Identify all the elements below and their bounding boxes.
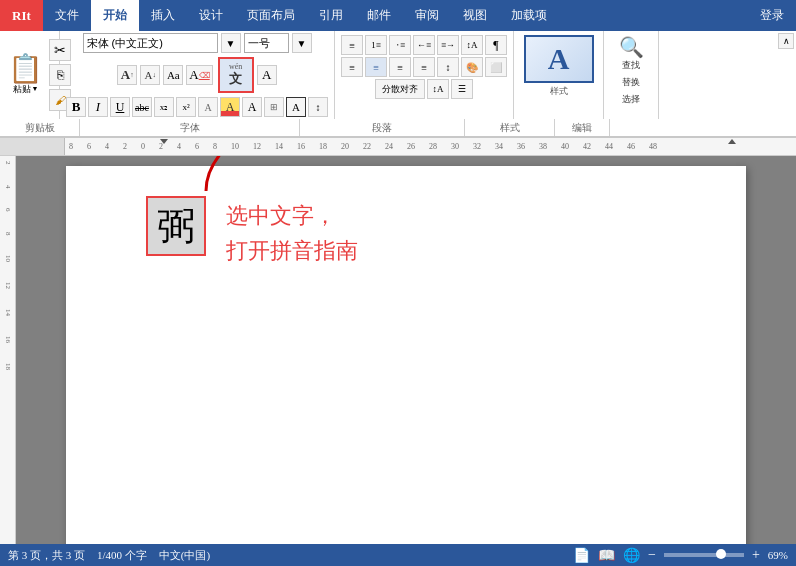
paste-dropdown[interactable]: ▼	[32, 85, 39, 93]
document-page[interactable]: 弼 选中文字， 打开拼音指南	[66, 166, 746, 544]
superscript-button[interactable]: x²	[176, 97, 196, 117]
tab-view[interactable]: 视图	[451, 0, 499, 31]
tab-design[interactable]: 设计	[187, 0, 235, 31]
ribbon-main: 📋 粘贴 ▼ ✂ ⎘ 🖌 ▼ ▼ A↑	[0, 31, 796, 119]
show-marks-button[interactable]: ¶	[485, 35, 507, 55]
font-color-button[interactable]: A	[257, 65, 277, 85]
italic-button[interactable]: I	[88, 97, 108, 117]
status-bar: 第 3 页，共 3 页 1/400 个字 中文(中国) 📄 📖 🌐 − + 69…	[0, 544, 796, 566]
view-web-icon[interactable]: 🌐	[623, 547, 640, 564]
instruction-text: 选中文字， 打开拼音指南	[226, 198, 358, 268]
section-labels: 剪贴板 字体 段落 样式 编辑	[0, 119, 796, 137]
font-increase-row: A↑ A↓ Aa A⌫ wén 文 A	[117, 57, 276, 93]
vruler-tick: 2	[4, 161, 12, 165]
font-name-dropdown[interactable]: ▼	[221, 33, 241, 53]
font-label: 字体	[80, 119, 300, 136]
tab-file[interactable]: 文件	[43, 0, 91, 31]
chinese-layout-btn3[interactable]: ☰	[451, 79, 473, 99]
tab-references[interactable]: 引用	[307, 0, 355, 31]
tab-review[interactable]: 审阅	[403, 0, 451, 31]
status-right: 📄 📖 🌐 − + 69%	[573, 547, 788, 564]
change-case-button[interactable]: Aa	[163, 65, 183, 85]
subscript-button[interactable]: x₂	[154, 97, 174, 117]
ruler-indent-marker[interactable]	[160, 139, 168, 144]
font-name-input[interactable]	[83, 33, 218, 53]
bullets-button[interactable]: ≡	[341, 35, 363, 55]
font-color-btn2[interactable]: A	[242, 97, 262, 117]
zoom-slider[interactable]	[664, 553, 744, 557]
numbering-button[interactable]: 1≡	[365, 35, 387, 55]
font-tools-row: B I U abc x₂ x² A A A ⊞ A ↕	[66, 97, 328, 117]
text-effect-button[interactable]: A	[198, 97, 218, 117]
selected-char-box: 弼	[146, 196, 206, 256]
char-border-button[interactable]: A	[286, 97, 306, 117]
chinese-layout-btn1[interactable]: 分散对齐	[375, 79, 425, 99]
vruler-tick: 8	[4, 232, 12, 236]
strikethrough-button[interactable]: abc	[132, 97, 152, 117]
align-left-button[interactable]: ≡	[341, 57, 363, 77]
editing-section: 🔍 查找 替换 选择	[604, 31, 659, 119]
rit-tab[interactable]: RIt	[0, 0, 43, 31]
indent-decrease-button[interactable]: ←≡	[413, 35, 435, 55]
vruler-tick: 4	[4, 185, 12, 189]
annotation-arrow	[156, 156, 436, 201]
tab-home[interactable]: 开始	[91, 0, 139, 31]
chinese-layout-btn2[interactable]: ↕A	[427, 79, 449, 99]
justify-button[interactable]: ≡	[413, 57, 435, 77]
replace-button[interactable]: 替换	[622, 76, 640, 89]
shading-button[interactable]: 🎨	[461, 57, 483, 77]
tab-addins[interactable]: 加载项	[499, 0, 559, 31]
font-size-input[interactable]	[244, 33, 289, 53]
clipboard-section: 📋 粘贴 ▼ ✂ ⎘ 🖌	[0, 31, 60, 119]
font-size-dropdown[interactable]: ▼	[292, 33, 312, 53]
border-button[interactable]: ⬜	[485, 57, 507, 77]
view-normal-icon[interactable]: 📄	[573, 547, 590, 564]
zoom-decrease-button[interactable]: −	[648, 547, 656, 563]
styles-section: A 样式	[514, 31, 604, 119]
font-shading-button[interactable]: ⊞	[264, 97, 284, 117]
multilevel-button[interactable]: ⬝≡	[389, 35, 411, 55]
underline-button[interactable]: U	[110, 97, 130, 117]
sort-button[interactable]: ↕A	[461, 35, 483, 55]
increase-font-button[interactable]: A↑	[117, 65, 137, 85]
document-area[interactable]: 弼 选中文字， 打开拼音指南	[16, 156, 796, 544]
ruler-left-margin	[0, 138, 65, 155]
align-right-button[interactable]: ≡	[389, 57, 411, 77]
editing-label: 编辑	[555, 119, 610, 136]
pinyin-guide-button[interactable]: wén 文	[218, 57, 254, 93]
vruler-tick: 12	[4, 282, 12, 289]
align-center-button[interactable]: ≡	[365, 57, 387, 77]
tab-mailings[interactable]: 邮件	[355, 0, 403, 31]
ruler-right: 8642 0246 8101214 16182022 24262830 3234…	[65, 138, 796, 155]
language: 中文(中国)	[159, 548, 210, 563]
text-direction-button[interactable]: ↕	[308, 97, 328, 117]
select-button[interactable]: 选择	[622, 93, 640, 106]
ruler-ticks: 8642 0246 8101214 16182022 24262830 3234…	[65, 138, 657, 155]
indent-increase-button[interactable]: ≡→	[437, 35, 459, 55]
vruler-tick: 6	[4, 208, 12, 212]
clear-format-button[interactable]: A⌫	[186, 65, 212, 85]
paste-button[interactable]: 📋 粘贴 ▼	[6, 53, 45, 98]
tab-insert[interactable]: 插入	[139, 0, 187, 31]
paragraph-section: ≡ 1≡ ⬝≡ ←≡ ≡→ ↕A ¶ ≡ ≡ ≡ ≡ ↕ 🎨 ⬜ 分散对齐 ↕A…	[335, 31, 514, 119]
zoom-thumb[interactable]	[716, 549, 726, 559]
ruler-right-indent-marker[interactable]	[728, 139, 736, 144]
zoom-increase-button[interactable]: +	[752, 547, 760, 563]
ruler: 8642 0246 8101214 16182022 24262830 3234…	[0, 138, 796, 156]
zoom-level: 69%	[768, 549, 788, 561]
styles-label-row: 样式	[465, 119, 555, 136]
line-spacing-button[interactable]: ↕	[437, 57, 459, 77]
bold-button[interactable]: B	[66, 97, 86, 117]
highlight-button[interactable]: A	[220, 97, 240, 117]
clipboard-label: 剪贴板	[0, 119, 80, 136]
paste-label: 粘贴	[13, 83, 31, 96]
styles-gallery-button[interactable]: A	[524, 35, 594, 83]
decrease-font-button[interactable]: A↓	[140, 65, 160, 85]
collapse-ribbon-button[interactable]: ∧	[778, 33, 794, 49]
selected-char: 弼	[157, 201, 195, 252]
view-reading-icon[interactable]: 📖	[598, 547, 615, 564]
find-button[interactable]: 🔍 查找	[619, 35, 644, 72]
word-count: 1/400 个字	[97, 548, 147, 563]
tab-layout[interactable]: 页面布局	[235, 0, 307, 31]
login-btn[interactable]: 登录	[748, 0, 796, 31]
